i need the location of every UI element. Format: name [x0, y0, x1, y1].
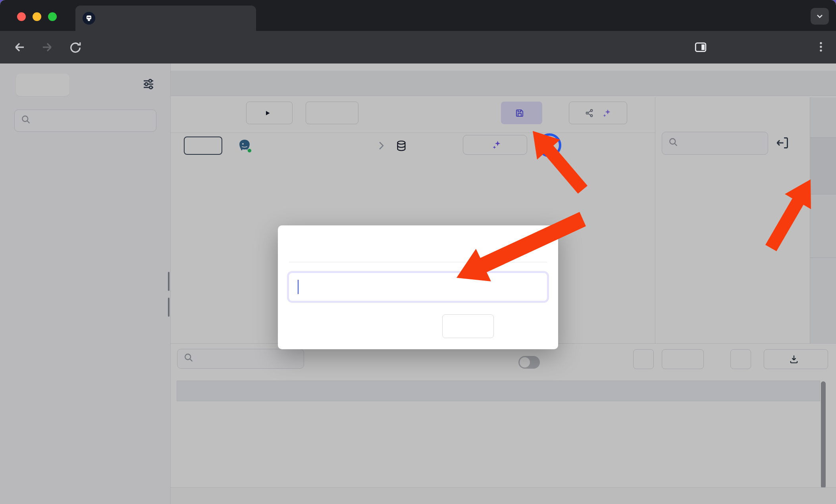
maximize-window-button[interactable] [48, 12, 57, 21]
dialog-save-button[interactable] [500, 314, 547, 338]
sql-editor-app [0, 63, 836, 504]
minimize-window-button[interactable] [33, 12, 41, 21]
browser-toolbar [0, 31, 836, 63]
bytebase-favicon [83, 12, 95, 25]
forward-icon[interactable] [40, 40, 55, 56]
browser-chrome [0, 0, 836, 63]
sheet-name-input[interactable] [289, 273, 547, 301]
dialog-close-button[interactable] [442, 314, 494, 338]
close-window-button[interactable] [17, 12, 26, 21]
text-caret [298, 280, 299, 294]
divider [289, 262, 547, 262]
tab-search-chevron-button[interactable] [811, 8, 829, 25]
back-icon[interactable] [12, 40, 27, 56]
browser-window [0, 0, 836, 504]
reload-icon[interactable] [68, 40, 83, 56]
side-panel-icon[interactable] [694, 40, 707, 56]
save-sheet-dialog [278, 225, 558, 349]
new-browser-tab-button[interactable] [267, 9, 284, 26]
browser-menu-icon[interactable] [815, 40, 827, 55]
browser-tab[interactable] [75, 6, 256, 31]
